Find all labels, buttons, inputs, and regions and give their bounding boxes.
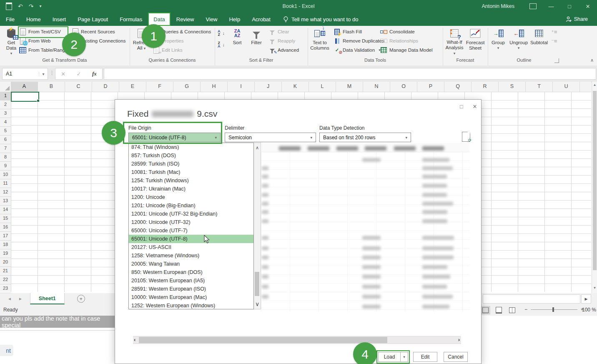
show-detail-button[interactable]: ⁺≡ [551, 27, 557, 36]
page-layout-view-button[interactable] [494, 306, 504, 314]
redo-icon[interactable]: ↷ [29, 3, 34, 9]
row-header-18[interactable]: 18 [0, 241, 11, 249]
column-header-q[interactable]: Q [444, 82, 472, 92]
sort-za-button[interactable]: ZA↓ [218, 39, 225, 50]
dropdown-scroll-thumb[interactable] [255, 272, 259, 296]
advanced-filter-button[interactable]: ✎ Advanced [268, 45, 299, 55]
encoding-option[interactable]: 10081: Turkish (Mac) [129, 168, 253, 176]
row-header-4[interactable]: 4 [0, 118, 11, 127]
encoding-option[interactable]: 1252: Western European (Windows) [129, 301, 253, 310]
edit-button[interactable]: Edit [413, 352, 437, 362]
encoding-option[interactable]: 1201: Unicode (Big-Endian) [129, 201, 253, 210]
close-button[interactable]: ✕ [579, 0, 597, 13]
row-header-16[interactable]: 16 [0, 223, 11, 232]
row-header-11[interactable]: 11 [0, 179, 11, 188]
preview-scroll-left-icon[interactable]: ‹ [134, 336, 135, 343]
column-header-b[interactable]: B [38, 82, 65, 92]
scroll-right-icon[interactable]: ▶ [581, 294, 591, 304]
encoding-option[interactable]: 28591: Western European (ISO) [129, 285, 253, 293]
encoding-option[interactable]: 1200: Unicode [129, 193, 253, 201]
column-header-l[interactable]: L [309, 82, 336, 92]
encoding-option[interactable]: 1254: Turkish (Windows) [129, 176, 253, 185]
encoding-option[interactable]: 28599: Turkish (ISO) [129, 160, 253, 168]
tab-formulas[interactable]: Formulas [114, 13, 148, 26]
hide-detail-button[interactable]: ⁻≡ [551, 36, 557, 45]
filter-button[interactable]: Filter [248, 27, 265, 56]
load-split-dropdown[interactable]: ▾ [400, 352, 408, 362]
column-header-o[interactable]: O [390, 82, 417, 92]
column-header-a[interactable]: A [11, 82, 38, 92]
dialog-close-icon[interactable]: ✕ [470, 102, 479, 110]
what-if-analysis-button[interactable]: ? What-If Analysis ▾ [444, 27, 464, 56]
from-table-range-button[interactable]: From Table/Range [19, 45, 68, 55]
row-header-17[interactable]: 17 [0, 232, 11, 241]
row-header-20[interactable]: 20 [0, 258, 11, 267]
minimize-button[interactable]: — [542, 0, 560, 13]
dialog-maximize-icon[interactable]: □ [457, 102, 466, 110]
column-header-i[interactable]: I [228, 82, 255, 92]
column-header-t[interactable]: T [526, 82, 553, 92]
column-header-d[interactable]: D [92, 82, 119, 92]
row-header-7[interactable]: 7 [0, 144, 11, 153]
row-header-5[interactable]: 5 [0, 127, 11, 136]
preview-scroll-thumb[interactable] [139, 337, 387, 343]
encoding-option[interactable]: 12001: Unicode (UTF-32 Big-Endian) [129, 210, 253, 218]
tab-file[interactable]: File [0, 13, 20, 26]
user-name[interactable]: Antonin Mikes [482, 3, 524, 9]
encoding-option[interactable]: 65000: Unicode (UTF-7) [129, 226, 253, 235]
remove-duplicates-button[interactable]: Remove Duplicates [334, 36, 384, 45]
row-header-8[interactable]: 8 [0, 153, 11, 162]
row-header-10[interactable]: 10 [0, 171, 11, 179]
encoding-option[interactable]: 10000: Western European (Mac) [129, 293, 253, 301]
group-button[interactable]: → Group ▾ [489, 27, 507, 56]
tab-review[interactable]: Review [171, 13, 200, 26]
column-header-s[interactable]: S [499, 82, 526, 92]
encoding-option[interactable]: 12000: Unicode (UTF-32) [129, 218, 253, 226]
column-header-r[interactable]: R [472, 82, 499, 92]
manage-data-model-button[interactable]: Manage Data Model [380, 45, 433, 55]
ungroup-button[interactable]: ← Ungroup ▾ [509, 27, 529, 56]
tab-home[interactable]: Home [20, 13, 47, 26]
row-header-19[interactable]: 19 [0, 249, 11, 258]
ribbon-display-options-icon[interactable] [524, 0, 542, 13]
maximize-button[interactable]: □ [560, 0, 579, 13]
column-header-g[interactable]: G [173, 82, 201, 92]
tell-me-box[interactable]: Tell me what you want to do [276, 13, 358, 26]
encoding-option[interactable]: 65001: Unicode (UTF-8) [129, 235, 253, 243]
column-header-j[interactable]: J [255, 82, 282, 92]
row-header-15[interactable]: 15 [0, 214, 11, 223]
row-header-1[interactable]: 1 [0, 92, 11, 100]
row-header-3[interactable]: 3 [0, 109, 11, 118]
column-header-f[interactable]: F [146, 82, 173, 92]
scroll-up-icon[interactable]: ▲ [592, 83, 597, 87]
tab-insert[interactable]: Insert [47, 13, 72, 26]
row-header-22[interactable]: 22 [0, 276, 11, 284]
tab-view[interactable]: View [200, 13, 223, 26]
preview-horizontal-scrollbar[interactable]: ‹ › [133, 336, 461, 344]
cancel-button[interactable]: Cancel [444, 352, 468, 362]
refresh-preview-icon[interactable]: ⟳ [462, 132, 470, 142]
formula-cancel-icon[interactable]: ✕ [61, 71, 65, 77]
column-header-n[interactable]: N [363, 82, 390, 92]
dropdown-scroll-down-icon[interactable]: ∨ [254, 301, 261, 307]
row-header-12[interactable]: 12 [0, 188, 11, 197]
forecast-sheet-button[interactable]: Forecast Sheet [465, 27, 485, 56]
text-to-columns-button[interactable]: ⤵ Text to Columns [309, 27, 330, 56]
edit-links-button[interactable]: ∞ Edit Links [153, 45, 211, 55]
clear-filter-button[interactable]: Clear [268, 27, 299, 36]
new-sheet-button[interactable]: + [77, 295, 85, 303]
data-validation-button[interactable]: ✓⊘ Data Validation ▾ [334, 45, 384, 55]
customize-quick-access-icon[interactable]: ▾ [39, 4, 41, 8]
row-header-9[interactable]: 9 [0, 162, 11, 171]
sheet-nav-left-icon[interactable]: ◄ [8, 296, 12, 301]
tab-data[interactable]: Data [148, 13, 170, 26]
encoding-option[interactable]: 1258: Vietnamese (Windows) [129, 251, 253, 260]
vertical-scrollbar[interactable]: ▲ ▼ [592, 82, 597, 293]
column-header-e[interactable]: E [119, 82, 146, 92]
column-header-c[interactable]: C [65, 82, 92, 92]
collapse-ribbon-icon[interactable]: ∧ [590, 58, 594, 63]
reapply-filter-button[interactable]: Reapply [268, 36, 299, 45]
column-header-h[interactable]: H [201, 82, 228, 92]
encoding-option[interactable]: 857: Turkish (DOS) [129, 151, 253, 160]
corner-chip[interactable]: nt [0, 345, 13, 356]
